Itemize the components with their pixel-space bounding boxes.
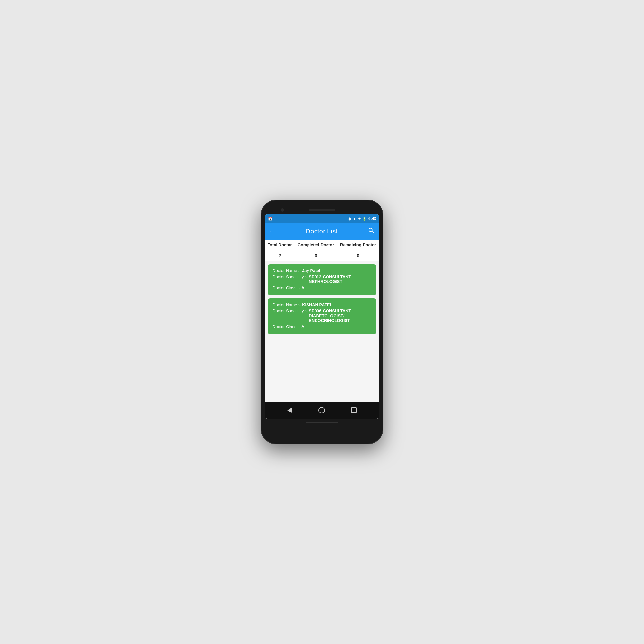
doctor-1-class-label: Doctor Class :-: [272, 285, 300, 290]
doctor-2-name-label: Doctor Name :-: [272, 302, 301, 307]
remaining-doctor-header: Remaining Doctor: [337, 240, 379, 250]
camera: [281, 208, 284, 212]
wifi-icon: ▼: [353, 217, 356, 221]
doctor-1-class-value: A: [301, 285, 304, 290]
doctor-2-speciality-value: SP006-CONSULTANT DIABETOLOGIST/ ENDOCRIN…: [309, 308, 372, 323]
doctor-2-name-value: KISHAN PATEL: [302, 302, 332, 307]
doctor-1-speciality-value: SP013-CONSULTANT NEPHROLOGIST: [309, 274, 372, 284]
completed-doctor-header: Completed Doctor: [295, 240, 337, 250]
signal-icon: ◎: [348, 217, 351, 221]
doctor-2-speciality-field: Doctor Speciality :- SP006-CONSULTANT DI…: [272, 308, 372, 323]
doctor-card-1[interactable]: Doctor Name :- Jay Patel Doctor Speciali…: [268, 264, 376, 295]
doctor-card-2[interactable]: Doctor Name :- KISHAN PATEL Doctor Speci…: [268, 298, 376, 334]
battery-icon: 🔋: [362, 217, 367, 221]
doctor-1-name-value: Jay Patel: [302, 268, 320, 273]
status-bar: 📅 ◎ ▼ ✈ 🔋 6:43: [265, 214, 379, 223]
phone-top: [265, 205, 379, 214]
total-doctor-header: Total Doctor: [265, 240, 295, 250]
app-bar-title: Doctor List: [306, 228, 338, 235]
home-nav-button[interactable]: [318, 407, 325, 413]
recent-nav-button[interactable]: [351, 407, 357, 413]
search-button[interactable]: [368, 227, 375, 236]
doctor-1-speciality-field: Doctor Speciality :- SP013-CONSULTANT NE…: [272, 274, 372, 284]
completed-doctor-value: 0: [295, 250, 337, 261]
back-nav-button[interactable]: [287, 407, 292, 413]
doctor-2-class-value: A: [301, 324, 304, 329]
status-left: 📅: [268, 217, 272, 221]
total-doctor-value: 2: [265, 250, 295, 261]
phone-device: 📅 ◎ ▼ ✈ 🔋 6:43 ← Doctor List: [261, 200, 383, 444]
bottom-notch-indicator: [306, 422, 338, 423]
doctor-1-class-field: Doctor Class :- A: [272, 285, 372, 290]
back-button[interactable]: ←: [269, 228, 276, 235]
time-display: 6:43: [368, 216, 376, 221]
speaker: [309, 209, 335, 211]
doctor-2-speciality-label: Doctor Speciality :-: [272, 308, 308, 313]
status-right: ◎ ▼ ✈ 🔋 6:43: [348, 216, 376, 221]
doctor-2-class-field: Doctor Class :- A: [272, 324, 372, 329]
nav-bar: [265, 402, 379, 419]
app-icon: 📅: [268, 217, 272, 221]
phone-screen: 📅 ◎ ▼ ✈ 🔋 6:43 ← Doctor List: [265, 214, 379, 419]
doctor-list: Doctor Name :- Jay Patel Doctor Speciali…: [265, 261, 379, 402]
summary-table: Total Doctor Completed Doctor Remaining …: [265, 240, 379, 261]
doctor-1-name-field: Doctor Name :- Jay Patel: [272, 268, 372, 273]
doctor-2-class-label: Doctor Class :-: [272, 324, 300, 329]
remaining-doctor-value: 0: [337, 250, 379, 261]
doctor-2-name-field: Doctor Name :- KISHAN PATEL: [272, 302, 372, 307]
airplane-icon: ✈: [358, 217, 361, 221]
app-bar: ← Doctor List: [265, 223, 379, 240]
phone-bottom-notch: [265, 419, 379, 426]
doctor-1-speciality-label: Doctor Speciality :-: [272, 274, 308, 279]
doctor-1-name-label: Doctor Name :-: [272, 268, 301, 273]
